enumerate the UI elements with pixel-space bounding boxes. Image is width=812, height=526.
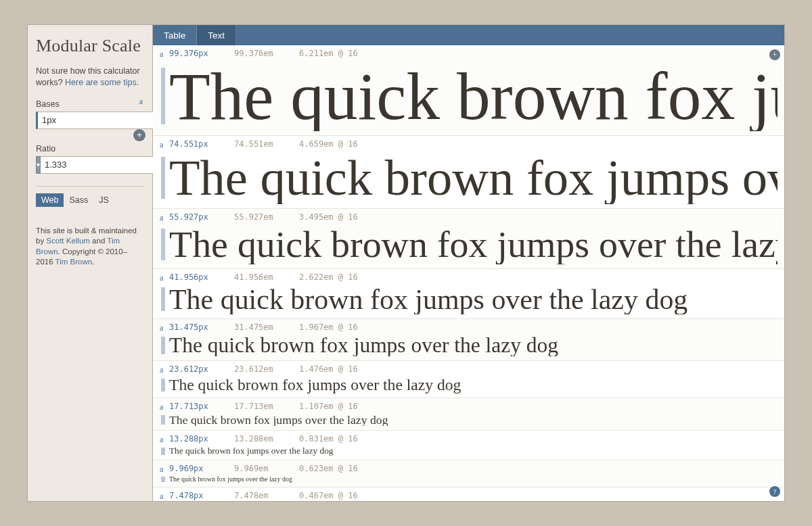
specimen-text[interactable]: The quick brown fox jumps over the lazy …	[160, 377, 777, 393]
value-em: 99.376em	[234, 48, 283, 59]
specimen-text[interactable]: The quick brown fox jumps over the lazy …	[160, 334, 777, 356]
bases-section: Bases a +	[36, 99, 144, 129]
ratio-input[interactable]	[41, 156, 163, 174]
sample-row: a17.713px17.713em1.107em @ 16The quick b…	[153, 398, 784, 431]
strand-letter: a	[160, 402, 166, 413]
sidebar: Modular Scale Not sure how this calculat…	[28, 25, 153, 501]
sample-meta: a23.612px23.612em1.476em @ 16	[160, 364, 777, 375]
sample-meta: a13.288px13.288em0.831em @ 16	[160, 433, 777, 445]
base-input[interactable]	[36, 112, 160, 129]
value-em-at: 0.623em @ 16	[299, 463, 358, 475]
specimen-text[interactable]: The quick brown fox jumps over the lazy …	[160, 446, 777, 456]
value-em: 17.713em	[234, 401, 283, 412]
value-em-at: 1.967em @ 16	[299, 322, 358, 333]
credit-link-kellum[interactable]: Scott Kellum	[46, 237, 90, 245]
sample-row: a9.969px9.969em0.623em @ 16The quick bro…	[153, 460, 784, 487]
strand-letter: a	[160, 139, 166, 151]
strand-letter: a	[160, 491, 166, 501]
value-em-at: 0.467em @ 16	[299, 490, 358, 501]
output-tab-sass[interactable]: Sass	[64, 193, 93, 207]
value-px: 17.713px	[169, 401, 218, 412]
value-px: 55.927px	[169, 212, 218, 223]
output-tab-web[interactable]: Web	[36, 193, 64, 207]
value-em-at: 1.476em @ 16	[299, 364, 358, 375]
value-em: 9.969em	[234, 463, 283, 475]
view-tab-table[interactable]: Table	[153, 25, 197, 45]
value-em-at: 1.107em @ 16	[299, 401, 358, 412]
value-em-at: 6.211em @ 16	[299, 48, 358, 59]
value-em-at: 4.659em @ 16	[299, 139, 358, 150]
value-em: 74.551em	[234, 139, 283, 150]
sample-meta: a17.713px17.713em1.107em @ 16	[160, 401, 777, 412]
specimen-text[interactable]: The quick brown fox jumps over the lazy …	[160, 476, 777, 483]
value-em: 23.612em	[234, 364, 283, 375]
view-tabs: TableText	[153, 25, 784, 45]
intro-text: Not sure how this calculator works? Here…	[36, 66, 144, 89]
add-base-button[interactable]: +	[133, 129, 145, 141]
specimen-text[interactable]: The quick brown fox jumps over the lazy …	[160, 61, 777, 131]
specimen-text[interactable]: The quick brown fox jumps over the lazy …	[160, 151, 777, 204]
value-em-at: 3.495em @ 16	[299, 212, 358, 223]
intro-suffix: .	[137, 78, 139, 87]
sample-meta: a31.475px31.475em1.967em @ 16	[160, 322, 777, 333]
value-em: 31.475em	[234, 322, 283, 333]
help-button[interactable]: ?	[769, 486, 780, 497]
value-px: 7.478px	[169, 490, 218, 501]
sample-row: a55.927px55.927em3.495em @ 16The quick b…	[153, 209, 784, 269]
sample-row: a13.288px13.288em0.831em @ 16The quick b…	[153, 431, 784, 460]
value-px: 41.956px	[169, 272, 218, 283]
app-title: Modular Scale	[36, 32, 144, 66]
samples-list: a99.376px99.376em6.211em @ 16The quick b…	[153, 45, 784, 501]
sample-row: a23.612px23.612em1.476em @ 16The quick b…	[153, 361, 784, 398]
main-panel: TableText + a99.376px99.376em6.211em @ 1…	[153, 25, 784, 501]
strand-letter: a	[160, 364, 166, 376]
credits: This site is built & maintained by Scott…	[36, 226, 144, 268]
specimen-text[interactable]: The quick brown fox jumps over the lazy …	[160, 414, 777, 427]
sample-row: a99.376px99.376em6.211em @ 16The quick b…	[153, 45, 784, 136]
sample-meta: a99.376px99.376em6.211em @ 16	[160, 48, 777, 59]
sample-meta: a74.551px74.551em4.659em @ 16	[160, 139, 777, 150]
strand-letter: a	[160, 272, 166, 284]
value-em-at: 2.622em @ 16	[299, 272, 358, 283]
value-px: 99.376px	[169, 48, 218, 59]
output-tab-js[interactable]: JS	[93, 193, 114, 207]
sample-row: a7.478px7.478em0.467em @ 16The quick bro…	[153, 487, 784, 501]
app-frame: Modular Scale Not sure how this calculat…	[27, 24, 785, 502]
sample-meta: a55.927px55.927em3.495em @ 16	[160, 212, 777, 223]
sample-row: a41.956px41.956em2.622em @ 16The quick b…	[153, 269, 784, 319]
ratio-section: Ratio ▾	[36, 144, 144, 174]
divider	[36, 186, 144, 187]
sample-meta: a41.956px41.956em2.622em @ 16	[160, 272, 777, 283]
tips-link[interactable]: Here are some tips	[65, 78, 137, 87]
value-px: 74.551px	[169, 139, 218, 150]
strand-letter: a	[160, 464, 166, 475]
strand-letter: a	[160, 49, 166, 60]
value-em: 13.288em	[234, 433, 283, 445]
sample-row: a31.475px31.475em1.967em @ 16The quick b…	[153, 319, 784, 362]
view-tab-text[interactable]: Text	[197, 25, 236, 45]
credit-link-brown-2[interactable]: Tim Brown	[55, 258, 93, 266]
value-px: 13.288px	[169, 433, 218, 445]
value-em: 7.478em	[234, 490, 283, 501]
ratio-label: Ratio	[36, 144, 144, 153]
value-em: 55.927em	[234, 212, 283, 223]
sample-meta: a7.478px7.478em0.467em @ 16	[160, 490, 777, 501]
strand-letter: a	[160, 212, 166, 224]
sample-meta: a9.969px9.969em0.623em @ 16	[160, 463, 777, 475]
strand-letter: a	[160, 322, 166, 334]
value-em-at: 0.831em @ 16	[299, 433, 358, 445]
output-tabs: WebSassJS	[36, 193, 144, 207]
ratio-dropdown-toggle[interactable]: ▾	[36, 156, 41, 174]
specimen-text[interactable]: The quick brown fox jumps over the lazy …	[160, 285, 777, 314]
add-sample-button[interactable]: +	[769, 49, 780, 60]
strand-letter: a	[160, 434, 166, 446]
specimen-text[interactable]: The quick brown fox jumps over the lazy …	[160, 224, 777, 264]
sample-row: a74.551px74.551em4.659em @ 16The quick b…	[153, 136, 784, 209]
value-px: 9.969px	[169, 463, 218, 475]
base-strand-letter: a	[139, 97, 143, 107]
value-px: 23.612px	[169, 364, 218, 375]
value-em: 41.956em	[234, 272, 283, 283]
bases-label: Bases	[36, 99, 144, 109]
value-px: 31.475px	[169, 322, 218, 333]
